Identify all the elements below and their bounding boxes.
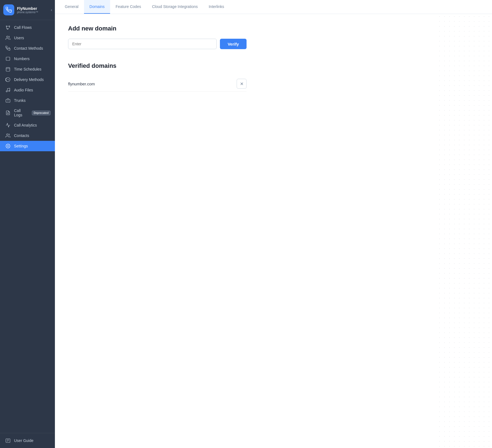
decorative-dots [437,14,492,448]
tab-general[interactable]: General [59,0,84,14]
sidebar-item-call-analytics-label: Call Analytics [14,123,51,127]
verify-button[interactable]: Verify [220,39,247,49]
tab-feature-codes[interactable]: Feature Codes [110,0,147,14]
sidebar-item-call-flows[interactable]: Call Flows [0,22,55,33]
users-icon [5,35,11,40]
verified-domains-title: Verified domains [68,62,479,69]
sidebar-item-call-flows-label: Call Flows [14,25,51,30]
call-analytics-icon [5,123,11,128]
time-schedules-icon [5,67,11,72]
sidebar-item-user-guide[interactable]: User Guide [0,435,55,446]
svg-point-14 [7,134,8,135]
svg-rect-16 [6,439,10,443]
sidebar-item-time-schedules[interactable]: Time Schedules [0,64,55,74]
numbers-icon [5,56,11,61]
svg-point-7 [6,91,7,92]
user-guide-icon [5,438,11,443]
tab-cloud-storage[interactable]: Cloud Storage Integrations [147,0,203,14]
domain-row: flynumber.com ✕ [68,76,247,92]
contacts-icon [5,133,11,138]
contact-methods-icon [5,46,11,51]
svg-point-0 [6,26,7,27]
sidebar-item-contacts[interactable]: Contacts [0,130,55,141]
trunks-icon [5,98,11,103]
app-logo [3,4,14,15]
sidebar: FlyNumber phone.systems™ ‹ Call Flows Us… [0,0,55,448]
sidebar-item-delivery-methods-label: Delivery Methods [14,77,51,82]
sidebar-item-numbers-label: Numbers [14,57,51,61]
sidebar-item-contact-methods-label: Contact Methods [14,46,51,51]
sidebar-header: FlyNumber phone.systems™ ‹ [0,0,55,20]
sidebar-item-user-guide-label: User Guide [14,438,51,443]
deprecated-badge: Deprecated [32,111,51,115]
sidebar-item-time-schedules-label: Time Schedules [14,67,51,71]
tab-domains[interactable]: Domains [84,0,110,14]
sidebar-footer: User Guide [0,433,55,448]
app-title-block: FlyNumber phone.systems™ [17,6,38,14]
sidebar-item-call-logs[interactable]: Call Logs Deprecated [0,106,55,120]
svg-point-15 [7,145,9,147]
settings-icon [5,144,11,149]
svg-point-8 [9,90,10,92]
app-subtitle: phone.systems™ [17,11,38,14]
sidebar-item-numbers[interactable]: Numbers [0,54,55,64]
sidebar-item-settings-label: Settings [14,144,51,148]
svg-point-2 [8,28,9,29]
sidebar-item-contact-methods[interactable]: Contact Methods [0,43,55,54]
svg-rect-5 [6,68,10,71]
call-flows-icon [5,25,11,30]
remove-domain-button[interactable]: ✕ [237,79,247,89]
add-domain-row: Verify [68,39,247,49]
app-name: FlyNumber [17,6,38,11]
svg-point-3 [7,36,8,38]
audio-files-icon [5,88,11,93]
domain-input[interactable] [68,39,217,49]
domain-name: flynumber.com [68,82,95,86]
sidebar-item-trunks-label: Trunks [14,98,51,103]
tab-interlinks[interactable]: Interlinks [203,0,230,14]
content-area: Add new domain Verify Verified domains f… [55,14,492,448]
top-nav: General Domains Feature Codes Cloud Stor… [55,0,492,14]
sidebar-collapse-button[interactable]: ‹ [51,8,52,12]
main-area: General Domains Feature Codes Cloud Stor… [55,0,492,448]
sidebar-item-users-label: Users [14,36,51,40]
sidebar-item-delivery-methods[interactable]: Delivery Methods [0,74,55,85]
sidebar-item-call-logs-label: Call Logs [14,108,29,117]
sidebar-item-call-analytics[interactable]: Call Analytics [0,120,55,130]
sidebar-item-users[interactable]: Users [0,33,55,43]
sidebar-item-trunks[interactable]: Trunks [0,95,55,106]
sidebar-item-settings[interactable]: Settings [0,141,55,151]
sidebar-item-audio-files[interactable]: Audio Files [0,85,55,95]
sidebar-nav: Call Flows Users Contact Methods Numbers [0,20,55,433]
delivery-methods-icon [5,77,11,82]
svg-point-1 [9,26,10,27]
add-domain-title: Add new domain [68,25,479,32]
call-logs-icon [5,110,11,115]
sidebar-item-audio-files-label: Audio Files [14,88,51,92]
sidebar-item-contacts-label: Contacts [14,133,51,138]
